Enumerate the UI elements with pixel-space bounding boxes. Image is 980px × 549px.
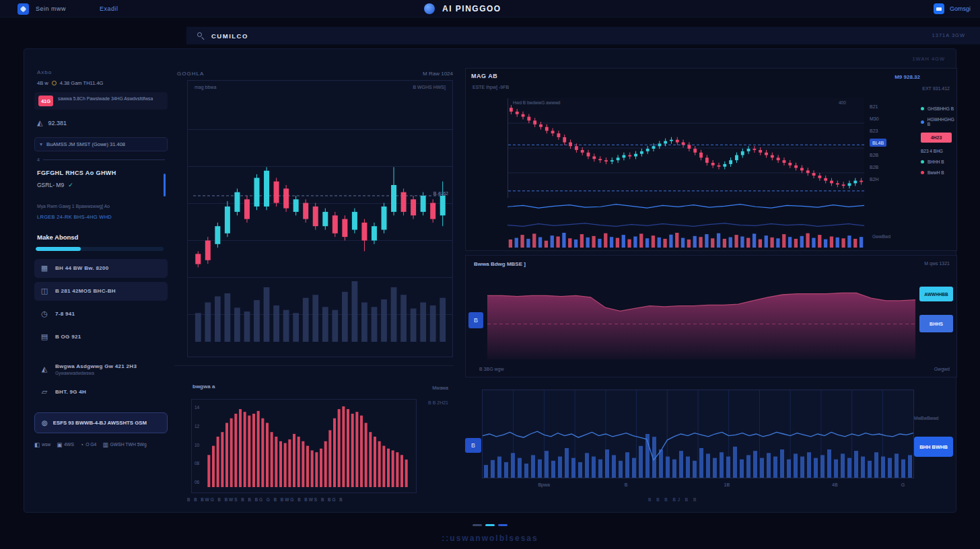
sidebar-item[interactable]: ◭Bwgwa Asdgwwg Gw 421 2H3Gywawwadwdwswa (34, 360, 168, 379)
pagination-dash[interactable] (498, 524, 508, 526)
sidebar-heading-1: FGFGHL RHCS Ao GHWH (37, 170, 168, 176)
legend-item[interactable]: HGWHHGHG B (921, 117, 956, 126)
main-volume-chart[interactable] (193, 280, 448, 342)
oscillator-histogram-chart[interactable] (207, 405, 409, 487)
sidebar-footer-label: 4WS (64, 442, 74, 447)
flow-line-chart[interactable] (482, 390, 914, 478)
sidebar-item-text: B OG 921 (55, 334, 81, 340)
pair-select[interactable]: ▾ BuAMSS JM SMST (Gowe) 31.408 (34, 137, 168, 151)
price-axis-label: B2B (870, 163, 901, 171)
detail-volume-chart[interactable] (508, 231, 864, 248)
sidebar-link[interactable]: LRGEB 24-RK BHS-4HG WHD (37, 214, 168, 220)
y-tick-label: 10 (195, 443, 199, 447)
panel-b-meta-1: Mwawa (347, 386, 448, 390)
price-axis-label: B21 (870, 102, 901, 110)
dashboard-panel: 1WAH 4GW Axbo 4B w 4.38 Gam TH11.4G 41G … (24, 48, 956, 513)
sidebar-item[interactable]: ▱BHT. 9G 4H (34, 383, 168, 402)
panel-e-badge-button[interactable]: B (465, 438, 481, 453)
box-icon: ▣ (57, 441, 62, 448)
y-tick-label: 12 (195, 424, 199, 429)
indicator-lines-chart[interactable] (508, 202, 864, 229)
panel-d-badge-button[interactable]: B (468, 312, 483, 328)
panel-d-footer-left: B 3BG wgw (479, 367, 504, 371)
alert-card[interactable]: 41G sawwa 5.8Ch Pawslwade 34HG Aswdvsfdf… (34, 92, 168, 110)
sidebar-footer-item[interactable]: ◧wsw (34, 441, 50, 448)
trend-icon: ◭ (37, 118, 42, 127)
panel-d-primary-button[interactable]: AWWHHBB (919, 287, 953, 301)
legend-alert-badge: 4H23 (921, 133, 952, 143)
sidebar-item-label: BHT. 9G 4H (55, 389, 86, 395)
featured-label: ESFS 93 BWWB-4-BJ AWSSHTS GSM (53, 420, 147, 426)
legend-label: BwwH B (928, 170, 944, 175)
sidebar-item-text: 7-8 941 (55, 311, 75, 317)
progress-fill (36, 247, 81, 251)
legend-label: GHSBHHG B (928, 106, 954, 111)
nav-link-account[interactable]: Gomsgi (950, 5, 971, 12)
sidebar-scrollbar[interactable] (164, 174, 166, 196)
legend-label: BHHH B (928, 159, 944, 164)
search-icon (197, 32, 205, 40)
panel-d-secondary-button[interactable]: BHHS (919, 315, 953, 332)
alert-badge: 41G (38, 96, 53, 106)
sidebar-footer-item[interactable]: ▥GWSH TWH 5Wg (102, 441, 146, 448)
nav-link-exadil[interactable]: Exadil (100, 5, 118, 12)
sidebar-item[interactable]: ◷7-8 941 (34, 305, 168, 324)
panel-a-title: GOGHLA (177, 71, 204, 77)
area-chart[interactable] (487, 273, 915, 359)
legend-item[interactable]: B23 4 BHG (921, 149, 956, 153)
layers-icon: ◧ (34, 441, 40, 448)
sidebar-item[interactable]: ◫B 281 42MOS BHC-BH (34, 282, 168, 301)
panel-e-action-button[interactable]: BHH BWHB (914, 437, 953, 457)
app-logo-icon[interactable] (18, 3, 29, 15)
price-axis-label: M30 (870, 114, 901, 122)
globe-icon: ◎ (42, 419, 48, 427)
hist-yaxis: 1412100806 (195, 405, 199, 484)
ticker-row[interactable]: 4B w 4.38 Gam TH11.4G (37, 80, 168, 86)
sidebar-item[interactable]: ▤B OG 921 (34, 328, 168, 346)
search-bar[interactable]: CUMILCO 1371A 3GW (186, 27, 980, 44)
detail-chart-card: MAG AB ESTE Ihpw] -9FB M9 928.32 EXT 931… (465, 68, 957, 251)
legend-item[interactable]: GHSBHHG B (921, 106, 956, 111)
mail-icon[interactable] (934, 3, 944, 14)
detail-candlestick-chart[interactable] (508, 98, 864, 198)
featured-item[interactable]: ◎ ESFS 93 BWWB-4-BJ AWSSHTS GSM (34, 412, 168, 433)
navbar-right-group: Gomsgi (934, 0, 971, 17)
sidebar-item[interactable]: ▦BH 44 BW Bw. 8200 (34, 259, 168, 278)
legend-item[interactable]: 4H23 (921, 133, 956, 143)
legend-item[interactable]: BHHH B (921, 159, 956, 164)
legend-label: HGWHHGHG B (928, 117, 956, 126)
brand-name: Sein mww (36, 5, 66, 12)
pagination-dash[interactable] (473, 524, 482, 526)
range-slider[interactable]: 4 (37, 157, 165, 162)
legend-item[interactable]: BwwH B (921, 170, 956, 175)
sidebar-menu: ▦BH 44 BW Bw. 8200◫B 281 42MOS BHC-BH◷7-… (34, 259, 168, 402)
x-tick-label: Bpwa (538, 482, 550, 487)
sidebar-item-text: Bwgwa Asdgwwg Gw 421 2H3Gywawwadwdwswa (55, 363, 137, 375)
x-tick-label: G (901, 482, 905, 487)
status-row: GSRL- M9 ✓ (37, 182, 168, 188)
sidebar-item-text: BH 44 BW Bw. 8200 (55, 265, 109, 271)
sidebar-section-label: Axbo (37, 69, 168, 75)
ai-orb-icon (424, 3, 435, 14)
search-meta-text: 1371A 3GW (932, 32, 965, 38)
app-title: AI PINGGOO (442, 4, 501, 13)
navbar-center-group: AI PINGGOO (424, 0, 501, 17)
pagination (473, 524, 508, 526)
x-tick-label: 1B (724, 482, 730, 487)
price-axis-label: B2B (870, 151, 901, 159)
slider-track[interactable] (43, 159, 165, 160)
sidebar-footer-item[interactable]: ◔O G4 (80, 441, 96, 448)
pair-select-value: BuAMSS JM SMST (Gowe) 31.408 (46, 141, 125, 147)
panel-a-meta: M Raw 1024 (347, 71, 453, 77)
y-tick-label: 08 (195, 461, 199, 466)
x-tick-label: B (625, 482, 628, 487)
legend-dot-icon (921, 107, 924, 110)
search-input[interactable]: CUMILCO (211, 32, 248, 40)
price-axis: B21M30B23BL4BB2BB2BB2H (870, 102, 901, 183)
main-candlestick-chart[interactable] (193, 96, 448, 274)
main-chart-label: mag bbwa (195, 85, 216, 89)
flow-chart-card: B MwBwBwwd BHH BWHB BpwaB1B4BG B B B BJ … (465, 380, 957, 505)
pagination-dash[interactable] (485, 524, 495, 526)
price-dash-label: B.4L62 (433, 191, 448, 196)
sidebar-footer-item[interactable]: ▣4WS (57, 441, 74, 448)
